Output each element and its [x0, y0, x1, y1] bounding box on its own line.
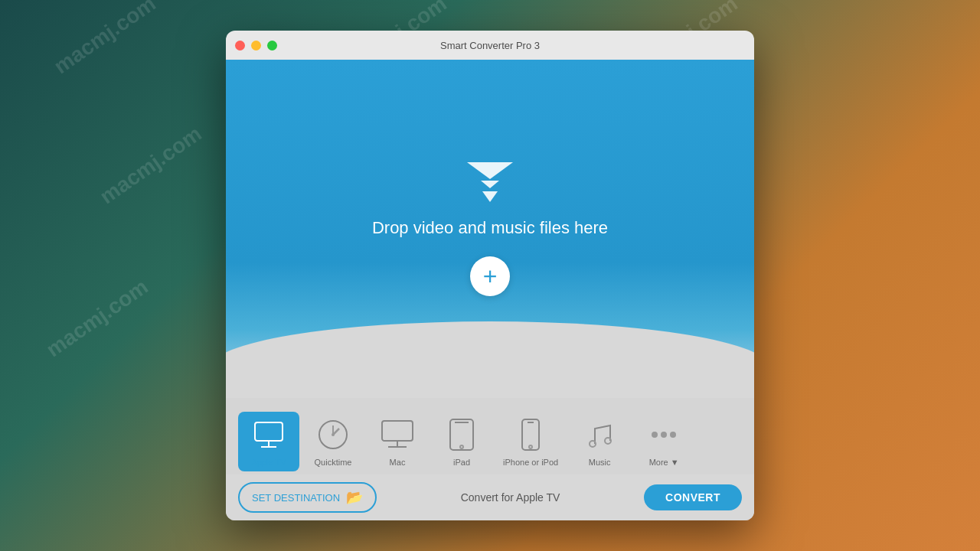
watermark: macmj.com [42, 275, 153, 363]
svg-rect-0 [255, 422, 283, 441]
convert-label: CONVERT [665, 491, 720, 504]
drop-zone[interactable]: Drop video and music files here + [226, 60, 754, 398]
svg-rect-7 [382, 421, 413, 441]
device-item-more[interactable]: More ▼ [633, 412, 694, 471]
svg-point-14 [529, 445, 532, 448]
ipad-label: iPad [453, 458, 470, 467]
watermark: macmj.com [50, 0, 161, 79]
plus-icon: + [483, 264, 498, 289]
device-item-quicktime[interactable]: Quicktime [302, 412, 364, 471]
device-item-music[interactable]: Music [569, 412, 630, 471]
bottom-panel: Apple TV Quicktime [226, 398, 754, 520]
quicktime-label: Quicktime [315, 458, 352, 467]
close-button[interactable] [235, 41, 245, 51]
mac-icon [379, 416, 416, 453]
folder-icon: 📂 [346, 489, 363, 506]
quicktime-icon [315, 416, 351, 453]
apple-tv-icon [250, 416, 287, 453]
device-bar: Apple TV Quicktime [226, 406, 754, 474]
svg-line-5 [333, 429, 339, 435]
action-bar: SET DESTINATION 📂 Convert for Apple TV C… [226, 474, 754, 520]
music-icon [581, 416, 618, 453]
device-item-ipad[interactable]: iPad [431, 412, 492, 471]
device-item-mac[interactable]: Mac [367, 412, 428, 471]
watermark: macmj.com [96, 122, 207, 210]
device-item-apple-tv[interactable]: Apple TV [238, 412, 299, 471]
more-icon [645, 416, 682, 453]
convert-button[interactable]: CONVERT [644, 484, 742, 510]
iphone-icon [512, 416, 549, 453]
window-title: Smart Converter Pro 3 [440, 40, 540, 51]
svg-point-11 [460, 445, 463, 448]
device-item-iphone-ipod[interactable]: iPhone or iPod [495, 412, 566, 471]
more-label: More ▼ [649, 458, 679, 467]
ipad-icon [443, 416, 480, 453]
drop-text: Drop video and music files here [372, 218, 608, 238]
app-window: Smart Converter Pro 3 Drop video and mus… [226, 31, 754, 520]
apple-tv-label: Apple TV [251, 458, 286, 467]
set-destination-label: SET DESTINATION [252, 492, 340, 504]
iphone-label: iPhone or iPod [503, 458, 558, 467]
mac-label: Mac [390, 458, 406, 467]
maximize-button[interactable] [267, 41, 277, 51]
minimize-button[interactable] [251, 41, 261, 51]
set-destination-button[interactable]: SET DESTINATION 📂 [238, 482, 377, 513]
add-files-button[interactable]: + [470, 256, 510, 296]
convert-for-label: Convert for Apple TV [377, 491, 644, 504]
funnel-icon [467, 162, 513, 204]
drop-icon [467, 162, 513, 204]
title-bar: Smart Converter Pro 3 [226, 31, 754, 60]
music-label: Music [589, 458, 611, 467]
window-controls [235, 41, 277, 51]
